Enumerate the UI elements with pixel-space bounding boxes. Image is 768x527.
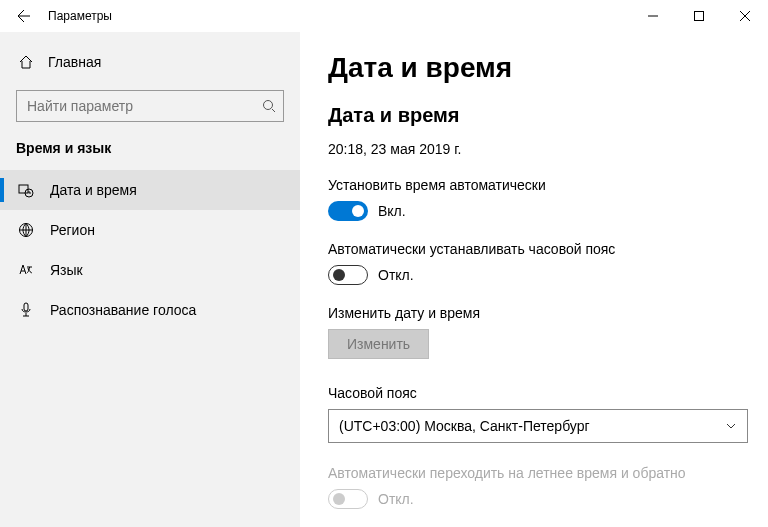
section-title: Дата и время — [328, 104, 740, 127]
search-input[interactable] — [16, 90, 284, 122]
auto-tz-toggle[interactable] — [328, 265, 368, 285]
globe-icon — [18, 222, 34, 238]
change-datetime-label: Изменить дату и время — [328, 305, 740, 321]
dst-label: Автоматически переходить на летнее время… — [328, 465, 740, 481]
page-title: Дата и время — [328, 52, 740, 84]
close-icon — [740, 11, 750, 21]
dst-state: Откл. — [378, 491, 414, 507]
clock-calendar-icon — [18, 182, 34, 198]
svg-point-1 — [264, 101, 273, 110]
language-icon — [18, 262, 34, 278]
chevron-down-icon — [725, 420, 737, 432]
svg-rect-0 — [695, 12, 704, 21]
timezone-label: Часовой пояс — [328, 385, 740, 401]
sidebar: Главная Время и язык Дата и время — [0, 32, 300, 527]
auto-time-label: Установить время автоматически — [328, 177, 740, 193]
timezone-value: (UTC+03:00) Москва, Санкт-Петербург — [339, 418, 590, 434]
sidebar-item-label: Язык — [50, 262, 83, 278]
auto-time-toggle[interactable] — [328, 201, 368, 221]
search-icon — [262, 99, 276, 113]
maximize-icon — [694, 11, 704, 21]
sidebar-item-language[interactable]: Язык — [0, 250, 300, 290]
close-button[interactable] — [722, 0, 768, 32]
minimize-button[interactable] — [630, 0, 676, 32]
window-title: Параметры — [48, 9, 112, 23]
auto-tz-state: Откл. — [378, 267, 414, 283]
titlebar: Параметры — [0, 0, 768, 32]
microphone-icon — [18, 302, 34, 318]
svg-rect-2 — [19, 185, 28, 193]
maximize-button[interactable] — [676, 0, 722, 32]
category-heading: Время и язык — [0, 140, 300, 170]
sidebar-item-label: Регион — [50, 222, 95, 238]
sidebar-item-label: Распознавание голоса — [50, 302, 196, 318]
sidebar-item-label: Дата и время — [50, 182, 137, 198]
home-link[interactable]: Главная — [0, 48, 300, 76]
auto-time-state: Вкл. — [378, 203, 406, 219]
home-label: Главная — [48, 54, 101, 70]
change-button: Изменить — [328, 329, 429, 359]
dst-toggle — [328, 489, 368, 509]
arrow-left-icon — [16, 8, 32, 24]
timezone-dropdown[interactable]: (UTC+03:00) Москва, Санкт-Петербург — [328, 409, 748, 443]
auto-tz-label: Автоматически устанавливать часовой пояс — [328, 241, 740, 257]
current-datetime: 20:18, 23 мая 2019 г. — [328, 141, 740, 157]
sidebar-item-speech[interactable]: Распознавание голоса — [0, 290, 300, 330]
back-button[interactable] — [0, 8, 48, 24]
sidebar-item-date-time[interactable]: Дата и время — [0, 170, 300, 210]
home-icon — [18, 54, 34, 70]
minimize-icon — [648, 11, 658, 21]
sidebar-item-region[interactable]: Регион — [0, 210, 300, 250]
content-area: Дата и время Дата и время 20:18, 23 мая … — [300, 32, 768, 527]
svg-rect-5 — [24, 303, 28, 311]
